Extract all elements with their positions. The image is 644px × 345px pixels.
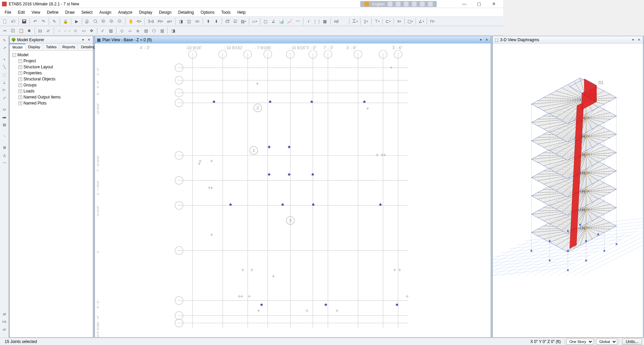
down-arrow-icon[interactable]: ⬇ <box>213 18 220 25</box>
shape3-icon[interactable]: ⧈ <box>134 27 142 34</box>
chart1-icon[interactable]: 📊 <box>278 18 285 25</box>
view-3d-button[interactable]: 3-d <box>146 18 155 25</box>
tab-tables[interactable]: Tables <box>43 44 60 50</box>
reshape-icon[interactable]: ↗ <box>1 44 8 52</box>
run-icon[interactable]: ▶ <box>73 18 80 25</box>
angle2-icon[interactable]: ∠▾ <box>418 18 425 25</box>
plan-canvas[interactable]: 4' - 3"-10 9/16"- 10 9/162'- 7 9/166'- 1… <box>95 44 491 270</box>
nd-button[interactable]: nd <box>332 18 340 25</box>
plan-label-icon[interactable]: Pℓ▾ <box>156 18 165 25</box>
grid-icon-2[interactable]: ≡▾ <box>395 18 403 25</box>
undo-icon[interactable]: ↶ <box>32 18 39 25</box>
save-icon[interactable] <box>20 18 28 25</box>
tool-grid-icon[interactable]: ⊞ <box>1 144 8 151</box>
expand-icon[interactable]: + <box>18 77 22 81</box>
square-icon[interactable]: ▢ <box>262 18 269 25</box>
tee-icon[interactable]: ⊤▾ <box>373 18 381 25</box>
expand-icon[interactable]: + <box>18 101 22 105</box>
model-tree[interactable]: −Model +Project +Structure Layout +Prope… <box>10 51 93 270</box>
expand-icon[interactable]: + <box>18 95 22 99</box>
tab-reports[interactable]: Reports <box>60 44 78 50</box>
zoom-window-icon[interactable] <box>84 18 91 25</box>
menu-define[interactable]: Define <box>44 9 62 16</box>
draw-poly-icon[interactable]: ⟋⟋ <box>64 27 71 34</box>
tree-groups[interactable]: +Groups <box>18 82 92 88</box>
mirror-h-icon[interactable]: ⫿⫿ <box>37 27 44 34</box>
explorer-header[interactable]: 🌳 Model Explorer ▾ ✕ <box>10 36 93 44</box>
tab-display[interactable]: Display <box>25 44 43 50</box>
expand-icon[interactable]: + <box>18 71 22 75</box>
rotate-icon[interactable]: ⟲▾ <box>135 18 143 25</box>
draw-rect-icon[interactable]: ▭ <box>80 27 87 34</box>
plan-header[interactable]: ▦ Plan View - Base - Z = 0 (ft) ▾ ✕ <box>95 36 491 44</box>
menu-select[interactable]: Select <box>78 9 96 16</box>
cut-icon[interactable]: ✂ <box>1 27 9 34</box>
menu-edit[interactable]: Edit <box>14 9 28 16</box>
expand-icon[interactable]: + <box>18 65 22 69</box>
plan-svg[interactable]: ++++++++++++++++++++++++****************… <box>102 50 484 270</box>
view3d-header[interactable]: ⬚ 3-D View Diaphragms ▾ ✕ <box>493 36 503 44</box>
window-minimize[interactable]: — <box>457 0 472 8</box>
chart2-icon[interactable]: 📈 <box>286 18 293 25</box>
mirror-v-icon[interactable]: ⫻ <box>45 27 52 34</box>
zoom-extents-icon[interactable] <box>92 18 99 25</box>
delete-icon[interactable]: ✖ <box>25 27 33 34</box>
section1-icon[interactable]: ▯▾ <box>362 18 370 25</box>
shape5-icon[interactable]: ⬠ <box>150 27 158 34</box>
draw-move-icon[interactable]: ✥ <box>88 27 95 34</box>
plan-dropdown-icon[interactable]: ▾ <box>478 37 483 43</box>
texture-icon[interactable]: ▦ <box>321 18 329 25</box>
menu-help[interactable]: Help <box>234 9 249 16</box>
menu-file[interactable]: File <box>1 9 14 16</box>
menu-design[interactable]: Design <box>156 9 175 16</box>
menu-tools[interactable]: Tools <box>218 9 234 16</box>
view3d-svg[interactable]: D1×××××××××××× <box>493 44 503 270</box>
shape1-icon[interactable]: ◇ <box>118 27 125 34</box>
tree-structure-layout[interactable]: +Structure Layout <box>18 64 92 70</box>
tree-project[interactable]: +Project <box>18 58 92 64</box>
menu-view[interactable]: View <box>28 9 44 16</box>
pipe-icon[interactable]: ⊓▾ <box>429 18 436 25</box>
collapse-icon[interactable]: − <box>12 53 16 57</box>
view3d-canvas[interactable]: D1×××××××××××× <box>493 44 503 270</box>
plan-close-icon[interactable]: ✕ <box>484 37 489 43</box>
menu-assign[interactable]: Assign <box>96 9 115 16</box>
up-arrow-icon[interactable]: ⬆ <box>205 18 212 25</box>
draw-frame-icon[interactable]: ╲ <box>1 63 8 71</box>
deform-icon[interactable]: 〰 <box>294 18 302 25</box>
split-icon[interactable]: ⫽ <box>99 27 106 34</box>
draw-brace-icon[interactable]: ⤢ <box>1 94 8 101</box>
copy-icon[interactable]: ⿻ <box>9 27 17 34</box>
open-file-icon[interactable]: 🏷 <box>9 18 17 25</box>
glasses-icon[interactable] <box>194 18 201 25</box>
rebar-icon[interactable]: ⋮⋮ <box>313 18 321 25</box>
layer-icon[interactable]: ▤▾ <box>240 18 247 25</box>
tree-loads[interactable]: +Loads <box>18 88 92 94</box>
tool-dim-icon[interactable]: ◬ <box>1 151 8 159</box>
tree-properties[interactable]: +Properties <box>18 70 92 76</box>
draw-col-icon[interactable]: ⊥ <box>1 79 8 86</box>
shape4-icon[interactable]: ▤ <box>142 27 150 34</box>
shape2-icon[interactable]: ▱ <box>126 27 133 34</box>
explorer-close-icon[interactable]: ✕ <box>86 37 92 43</box>
align-icon[interactable]: ⊦ <box>305 18 313 25</box>
shape6-icon[interactable]: ▥ <box>158 27 166 34</box>
check-icon[interactable]: ☑ <box>232 18 239 25</box>
language-strip[interactable]: English <box>360 1 437 7</box>
draw-link-icon[interactable]: ⟍ <box>1 132 8 140</box>
draw-beam-icon[interactable]: ⊢ <box>1 86 8 94</box>
pan-icon[interactable]: ✋ <box>127 18 135 25</box>
tool-wave-icon[interactable]: 〰 <box>1 159 8 166</box>
draw-line-icon[interactable]: ⟋ <box>56 27 63 34</box>
draw-slab-icon[interactable]: ▤ <box>1 121 8 128</box>
draw-joint-icon[interactable]: • <box>1 56 8 63</box>
elevation-label-icon[interactable]: eℓ▾ <box>165 18 174 25</box>
perspective2-icon[interactable]: ◫ <box>185 18 193 25</box>
menu-analyze[interactable]: Analyze <box>115 9 136 16</box>
draw-dot-icon[interactable]: ⊹ <box>72 27 79 34</box>
extrude-icon[interactable] <box>224 18 231 25</box>
window-close[interactable]: ✕ <box>486 0 501 8</box>
ibeam-icon[interactable]: 工▾ <box>351 18 359 25</box>
refresh-icon[interactable]: ✎ <box>51 18 58 25</box>
window-icon[interactable]: ▭▾ <box>251 18 258 25</box>
